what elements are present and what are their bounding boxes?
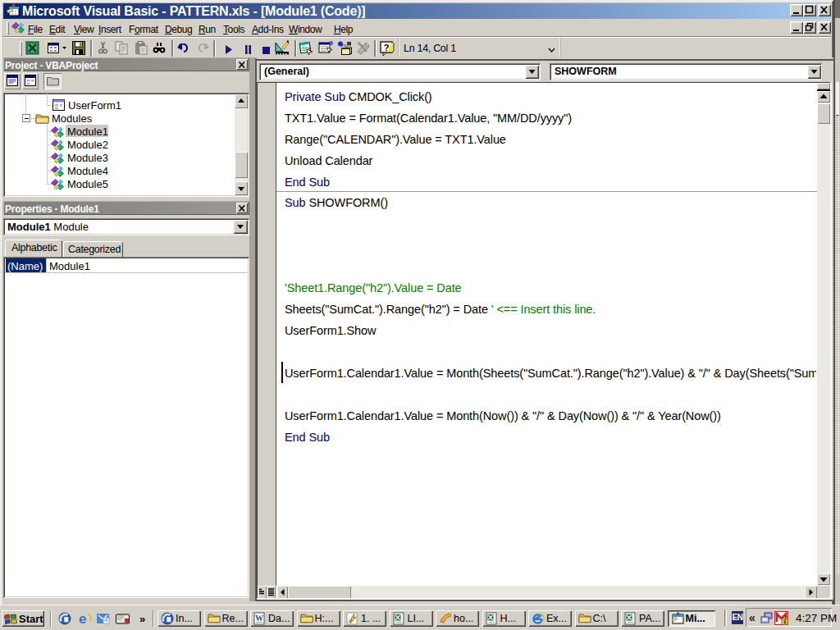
svg-text:W: W <box>255 614 263 623</box>
svg-text:?: ? <box>384 43 390 52</box>
svg-text:e: e <box>79 611 86 626</box>
